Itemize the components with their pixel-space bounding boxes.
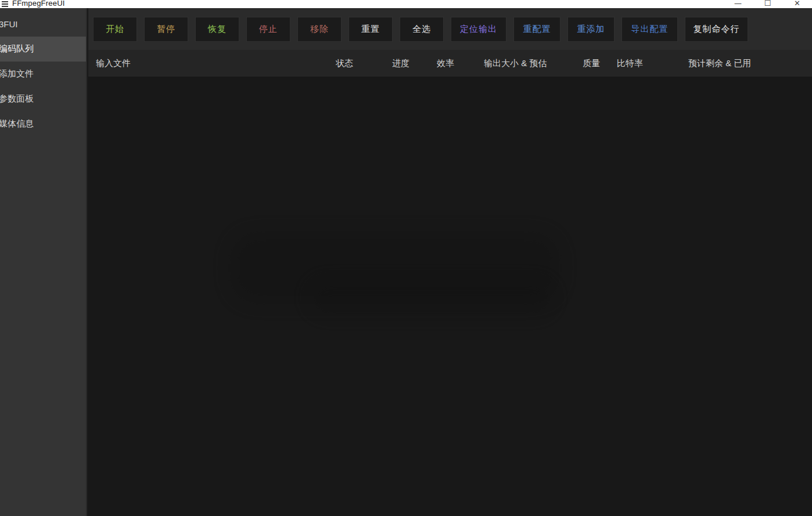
- column-header-bitrate: 比特率: [617, 50, 643, 77]
- column-header-progress: 进度: [392, 50, 409, 77]
- column-header-efficiency: 效率: [437, 50, 454, 77]
- sidebar-item-3fui[interactable]: 3FUI: [0, 12, 86, 37]
- remove-button[interactable]: 移除: [297, 17, 342, 42]
- maximize-button[interactable]: ☐: [753, 0, 782, 8]
- sidebar-item-add-files[interactable]: 添加文件: [0, 62, 86, 86]
- sidebar-item-label: 媒体信息: [0, 118, 34, 129]
- column-header-time-remaining-elapsed: 预计剩余 & 已用: [688, 50, 751, 77]
- sidebar-item-label: 3FUI: [0, 19, 18, 29]
- select-all-button[interactable]: 全选: [400, 17, 444, 42]
- sidebar-item-parameter-panel[interactable]: 参数面板: [0, 86, 86, 111]
- window-controls: — ☐ ✕: [723, 0, 812, 8]
- reset-button[interactable]: 重置: [348, 17, 393, 42]
- toolbar: 开始 暂停 恢复 停止 移除 重置 全选 定位输出 重配置 重添加 导出配置 复…: [88, 8, 812, 50]
- column-header-quality: 质量: [583, 50, 600, 77]
- sidebar-item-media-info[interactable]: 媒体信息: [0, 111, 86, 136]
- background-watermark: [309, 280, 553, 315]
- sidebar: 3FUI 编码队列 添加文件 参数面板 媒体信息: [0, 8, 87, 516]
- app-icon: [2, 1, 8, 7]
- start-button[interactable]: 开始: [93, 17, 137, 42]
- reconfigure-button[interactable]: 重配置: [513, 17, 561, 42]
- sidebar-item-label: 编码队列: [0, 44, 34, 55]
- queue-list[interactable]: [88, 77, 812, 516]
- sidebar-item-encode-queue[interactable]: 编码队列: [0, 37, 86, 62]
- copy-command-line-button[interactable]: 复制命令行: [685, 17, 748, 42]
- minimize-button[interactable]: —: [723, 0, 753, 8]
- resume-button[interactable]: 恢复: [195, 17, 239, 42]
- content-area: 开始 暂停 恢复 停止 移除 重置 全选 定位输出 重配置 重添加 导出配置 复…: [88, 8, 812, 516]
- close-button[interactable]: ✕: [782, 0, 812, 8]
- titlebar: FFmpegFreeUI — ☐ ✕: [0, 0, 812, 8]
- column-header-input-file: 输入文件: [96, 50, 131, 77]
- sidebar-item-label: 添加文件: [0, 68, 34, 80]
- column-header-output-size-estimate: 输出大小 & 预估: [484, 50, 547, 77]
- stop-button[interactable]: 停止: [246, 17, 290, 42]
- sidebar-item-label: 参数面板: [0, 93, 34, 104]
- pause-button[interactable]: 暂停: [144, 17, 188, 42]
- export-config-button[interactable]: 导出配置: [621, 17, 678, 42]
- window-title: FFmpegFreeUI: [12, 0, 65, 8]
- ffmpegfreeui-window: FFmpegFreeUI — ☐ ✕ 3FUI 编码队列 添加文件 参数面板 媒…: [0, 0, 812, 516]
- column-header-status: 状态: [336, 50, 353, 77]
- queue-table-header: 输入文件 状态 进度 效率 输出大小 & 预估 质量 比特率 预计剩余 & 已用: [88, 50, 812, 77]
- re-add-button[interactable]: 重添加: [567, 17, 615, 42]
- locate-output-button[interactable]: 定位输出: [451, 17, 506, 42]
